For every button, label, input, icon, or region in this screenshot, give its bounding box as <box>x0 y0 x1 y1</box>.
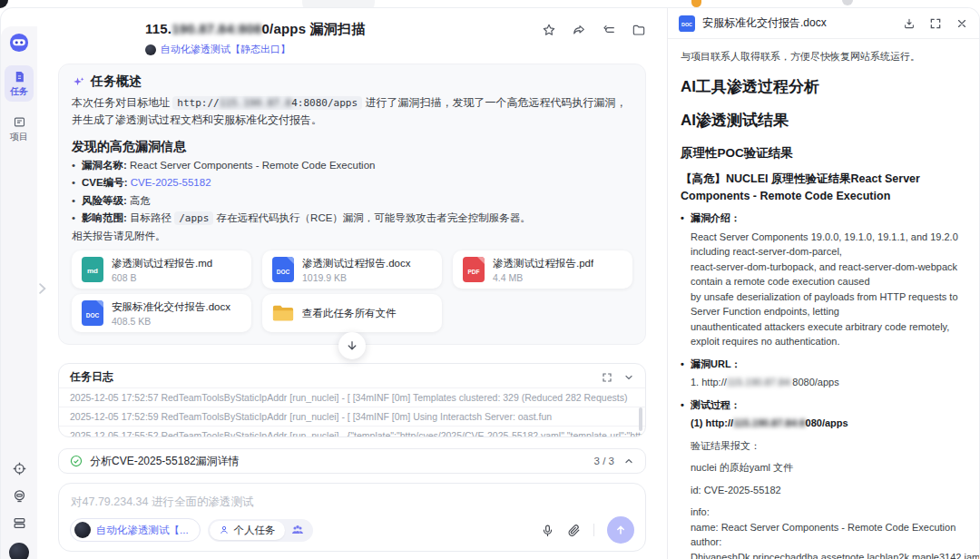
doc-subheading: 原理性POC验证结果 <box>681 144 966 162</box>
file-card-docx-2[interactable]: DOC 安服标准化交付报告.docx408.5 KB <box>72 294 251 332</box>
project-icon <box>13 115 26 129</box>
doc-test-step: (1) http://115.190.87.84:8080/apps <box>681 416 966 431</box>
task-status-row[interactable]: 分析CVE-2025-55182漏洞详情 3 / 3 <box>58 448 646 474</box>
file-card-docx[interactable]: DOC 渗透测试过程报告.docx1019.9 KB <box>262 250 442 289</box>
team-task-icon[interactable] <box>290 523 305 537</box>
send-button[interactable] <box>607 516 634 544</box>
personal-task-label: 个人任务 <box>234 524 276 537</box>
cve-item: CVE编号: CVE-2025-55182 <box>72 176 632 191</box>
target-url-chip: http://115.190.87.84:8080/apps <box>172 96 362 110</box>
sidebar-item-label: 任务 <box>10 85 28 98</box>
impact-item: 影响范围: 目标路径 /apps 存在远程代码执行（RCE）漏洞，可能导致攻击者… <box>72 211 632 226</box>
agent-link[interactable]: 自动化渗透测试【静态出口】 <box>145 43 646 56</box>
svg-text:PDF: PDF <box>468 269 480 275</box>
doc-bullet-label: 测试过程： <box>681 397 966 413</box>
assistant-icon[interactable] <box>12 488 27 504</box>
overview-summary: 本次任务对目标地址 http://115.190.87.84:8080/apps… <box>72 94 632 130</box>
scroll-to-bottom-button[interactable] <box>338 332 366 359</box>
redacted-ip: 115.190.87.84:8 <box>733 417 806 428</box>
overview-section-title: 任务概述 <box>72 74 632 90</box>
view-all-files-card[interactable]: 查看此任务所有文件 <box>262 294 442 332</box>
star-icon[interactable] <box>542 23 556 37</box>
md-file-icon: md <box>82 257 103 282</box>
svg-text:DOC: DOC <box>277 269 290 275</box>
microphone-icon[interactable] <box>541 524 554 537</box>
divider <box>593 524 594 536</box>
svg-text:md: md <box>87 267 98 275</box>
cve-link[interactable]: CVE-2025-55182 <box>131 177 211 188</box>
doc-file-icon: DOC <box>82 300 103 326</box>
message-composer: 自动化渗透测试【... 个人任务 <box>58 483 646 552</box>
chat-input[interactable] <box>71 495 633 508</box>
doc-bullet-label: 漏洞介绍： <box>681 211 966 226</box>
chevron-up-icon[interactable] <box>623 456 634 466</box>
log-row: 2025-12-05 17:52:59 RedTeamToolsByStatic… <box>59 407 645 426</box>
doc-heading: AI渗透测试结果 <box>681 109 966 132</box>
task-progress: 3 / 3 <box>594 456 614 466</box>
page-title: 115.190.87.84:8080/apps 漏洞扫描 <box>145 21 365 38</box>
folder-yellow-icon <box>272 302 294 324</box>
download-icon[interactable] <box>903 17 916 30</box>
target-icon[interactable] <box>12 461 27 476</box>
log-row: 2025-12-05 17:52:57 RedTeamToolsByStatic… <box>59 387 645 407</box>
expand-icon[interactable] <box>602 372 612 383</box>
sparkle-icon <box>72 75 85 89</box>
path-chip: /apps <box>174 211 213 225</box>
main-content: 115.190.87.84:8080/apps 漏洞扫描 自动化渗透测试【静态出… <box>37 8 667 559</box>
agent-selector-pill[interactable]: 自动化渗透测试【... <box>70 518 201 542</box>
doc-file-icon: DOC <box>272 257 294 282</box>
flow-icon[interactable] <box>602 23 616 37</box>
doc-bullet-label: 漏洞URL： <box>681 357 966 372</box>
log-scrollbar[interactable] <box>639 407 642 431</box>
arrow-up-icon <box>614 524 627 536</box>
attachment-note: 相关报告请见附件。 <box>72 230 632 243</box>
sidebar-item-tasks[interactable]: 任务 <box>5 65 34 102</box>
agent-mini-avatar-icon <box>145 44 156 55</box>
layout-icon[interactable] <box>12 515 27 531</box>
top-yellow-artifact <box>691 0 701 7</box>
task-mode-toggle: 个人任务 <box>208 519 313 542</box>
user-avatar[interactable] <box>9 543 29 559</box>
document-body: 与项目联系人取得联系，方便尽快恢复网站系统运行。 AI工具渗透过程分析 AI渗透… <box>668 39 979 559</box>
doc-yaml-id: id: CVE-2025-55182 <box>681 483 966 498</box>
close-icon[interactable] <box>956 17 968 30</box>
paperclip-icon[interactable] <box>567 524 581 537</box>
top-gray-artifact <box>842 0 853 5</box>
redacted-ip: 115.190.87.8 <box>220 97 291 109</box>
person-icon <box>219 525 230 535</box>
vuln-heading: 发现的高危漏洞信息 <box>72 139 632 155</box>
doc-yaml-block: info: name: React Server Components - Re… <box>681 505 966 559</box>
screen: 任务 项目 115.190.87.84:8080/apps 漏洞扫描 <box>0 0 980 559</box>
fullscreen-icon[interactable] <box>929 17 942 30</box>
sidebar: 任务 项目 <box>1 26 37 559</box>
file-card-pdf[interactable]: PDF 渗透测试过程报告.pdf4.4 MB <box>453 250 632 289</box>
log-row: 2025-12-05 17:55:52 RedTeamToolsByStatic… <box>59 426 645 437</box>
sidebar-item-label: 项目 <box>10 131 28 143</box>
document-header: DOC 安服标准化交付报告.docx <box>668 8 979 39</box>
check-circle-icon <box>70 455 83 467</box>
task-doc-icon <box>13 70 26 83</box>
redacted-ip: 115.190.87.84: <box>727 377 793 387</box>
agent-pill-label: 自动化渗透测试【... <box>96 524 189 537</box>
risk-level-item: 风险等级: 高危 <box>72 194 632 209</box>
doc-paragraph: 与项目联系人取得联系，方便尽快恢复网站系统运行。 <box>681 49 966 64</box>
sidebar-item-projects[interactable]: 项目 <box>5 111 34 147</box>
doc-heading: AI工具渗透过程分析 <box>681 75 966 99</box>
doc-vuln-description: React Server Components 19.0.0, 19.1.0, … <box>681 230 966 349</box>
file-card-md[interactable]: md 渗透测试过程报告.md608 B <box>72 250 251 289</box>
vuln-detail-list: 漏洞名称: React Server Components - Remote C… <box>72 159 632 226</box>
attachment-grid: md 渗透测试过程报告.md608 B DOC 渗透测试过程报告.docx101… <box>72 250 632 332</box>
chevron-down-icon[interactable] <box>623 372 634 383</box>
folder-icon[interactable] <box>632 23 646 37</box>
doc-result-label: 验证结果报文： <box>681 438 966 454</box>
share-icon[interactable] <box>572 23 586 37</box>
vuln-name-item: 漏洞名称: React Server Components - Remote C… <box>72 159 632 173</box>
personal-task-option[interactable]: 个人任务 <box>210 521 285 540</box>
svg-text:DOC: DOC <box>86 312 100 319</box>
doc-vuln-url: 1. http://115.190.87.84:8080/apps <box>681 375 966 390</box>
corner-artifact <box>0 0 8 8</box>
app-logo-icon[interactable] <box>9 33 29 53</box>
doc-finding-title: 【高危】NUCLEI 原理性验证结果React Server Component… <box>681 171 966 205</box>
arrow-down-icon <box>346 339 358 352</box>
doc-file-icon: DOC <box>679 15 695 32</box>
